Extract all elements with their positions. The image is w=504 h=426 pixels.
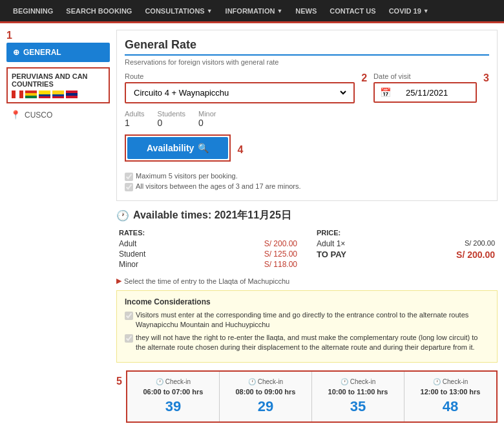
nav-news[interactable]: NEWS (289, 0, 323, 21)
nav-covid[interactable]: COVID 19 ▼ (383, 0, 436, 21)
slot-time: 10:00 to 11:00 hrs (317, 388, 399, 396)
slot-label: Check-in (258, 378, 283, 385)
adult-rate: S/ 200.00 (264, 239, 297, 248)
route-label: Route (125, 72, 355, 80)
adult-rate-item: Adult S/ 200.00 (119, 239, 297, 248)
adults-value: 1 (125, 118, 145, 128)
minor-counter: Minor 0 (198, 110, 216, 128)
date-label: Date of visit (373, 72, 477, 80)
students-value: 0 (158, 118, 185, 128)
income-title: Income Considerations (125, 297, 489, 306)
date-input[interactable] (406, 88, 470, 98)
rate-title: General Rate (125, 38, 489, 56)
slot-count: 29 (225, 398, 306, 415)
rates-column: RATES: Adult S/ 200.00 Student S/ 125.00… (119, 229, 297, 270)
students-counter: Students 0 (158, 110, 185, 128)
counters-row: Adults 1 Students 0 Minor 0 (125, 110, 489, 128)
flags-row (12, 91, 105, 98)
sidebar-general-button[interactable]: ⊕ GENERAL (6, 43, 110, 62)
globe-icon: ⊕ (13, 48, 19, 57)
nav-search-booking[interactable]: SEARCH BOOKING (59, 0, 138, 21)
chevron-down-icon: ▼ (423, 8, 429, 14)
nav-contact[interactable]: CONTACT US (323, 0, 382, 21)
notes-section: Maximum 5 visitors per booking. All visi… (125, 172, 489, 191)
checkin-slot-2[interactable]: 🕐 Check-in 10:00 to 11:00 hrs 35 (312, 372, 404, 421)
sidebar-cusco-item[interactable]: 📍 CUSCO (6, 107, 110, 122)
minor-label: Minor (198, 110, 216, 118)
adult-price-detail: Adult 1× S/ 200.00 (317, 239, 495, 248)
date-group: Date of visit 📅 (373, 72, 477, 103)
student-rate: S/ 125.00 (264, 250, 297, 259)
checkin-slot-1[interactable]: 🕐 Check-in 08:00 to 09:00 hrs 29 (220, 372, 312, 421)
clock-icon-slot: 🕐 (156, 378, 163, 385)
slot-label: Check-in (350, 378, 375, 385)
availability-button[interactable]: Availability 🔍 (127, 137, 228, 159)
flag-peru (12, 91, 23, 98)
rate-box: General Rate Reservations for foreign vi… (116, 30, 498, 201)
slots-row: 5 🕐 Check-in 06:00 to 07:00 hrs 39 🕐 Che… (116, 370, 498, 423)
note1-checkbox (125, 173, 133, 181)
label-5: 5 (116, 376, 122, 387)
income-note-1: Visitors must enter at the corresponding… (125, 310, 489, 330)
available-times-section: 🕐 Available times: 2021年11月25日 RATES: Ad… (116, 209, 498, 423)
rates-price-row: RATES: Adult S/ 200.00 Student S/ 125.00… (116, 229, 498, 270)
availability-btn-wrap: Availability 🔍 (125, 134, 231, 162)
minor-rate-item: Minor S/ 118.00 (119, 260, 297, 269)
flag-bolivia (25, 91, 37, 98)
minor-rate: S/ 118.00 (264, 260, 297, 269)
avail-title: 🕐 Available times: 2021年11月25日 (116, 209, 498, 222)
income-note-2: they will not have the right to re-enter… (125, 333, 489, 353)
flag-venezuela (66, 91, 78, 98)
student-rate-item: Student S/ 125.00 (119, 250, 297, 259)
route-date-row: Route Circuito 4 + Waynapicchu 2 Date of… (125, 72, 489, 103)
income-note1-checkbox (125, 312, 133, 320)
sidebar: 1 ⊕ GENERAL PERUVIANS AND CAN COUNTRIES … (6, 30, 110, 426)
nav-information[interactable]: INFORMATION ▼ (219, 0, 289, 21)
price-header: PRICE: (317, 229, 495, 237)
note-2: All visitors between the ages of 3 and 1… (125, 182, 489, 191)
income-box: Income Considerations Visitors must ente… (116, 290, 498, 363)
entry-select-label: ▶ Select the time of entry to the Llaqta… (116, 277, 498, 285)
slot-count: 39 (132, 398, 214, 415)
rate-subtitle: Reservations for foreign visitors with g… (125, 58, 489, 66)
slot-time: 06:00 to 07:00 hrs (132, 388, 214, 396)
peruvians-label: PERUVIANS AND CAN COUNTRIES (12, 72, 105, 88)
slot-label: Check-in (165, 378, 191, 385)
total-price: S/ 200.00 (456, 250, 495, 260)
nav-consultations[interactable]: CONSULTATIONS ▼ (138, 0, 218, 21)
minor-value: 0 (198, 118, 216, 128)
clock-icon: 🕐 (116, 209, 129, 222)
sidebar-peruvians-section: PERUVIANS AND CAN COUNTRIES (6, 67, 110, 103)
search-icon: 🔍 (198, 143, 209, 153)
calendar-icon: 📅 (380, 87, 391, 98)
adults-label: Adults (125, 110, 145, 118)
note2-checkbox (125, 183, 133, 191)
route-select[interactable]: Circuito 4 + Waynapicchu (131, 87, 348, 98)
pin-icon: 📍 (10, 110, 21, 120)
label-1: 1 (6, 30, 110, 41)
chevron-down-icon: ▼ (277, 8, 282, 14)
rates-header: RATES: (119, 229, 297, 237)
checkin-slot-0[interactable]: 🕐 Check-in 06:00 to 07:00 hrs 39 (127, 372, 220, 421)
page-body: 1 ⊕ GENERAL PERUVIANS AND CAN COUNTRIES … (0, 23, 504, 426)
avail-row: Availability 🔍 4 (125, 134, 489, 167)
route-field-box: Circuito 4 + Waynapicchu (125, 82, 355, 103)
nav-beginning[interactable]: BEGINNING (6, 0, 59, 21)
checkin-slot-3[interactable]: 🕐 Check-in 12:00 to 13:00 hrs 48 (404, 372, 496, 421)
label-2: 2 (361, 72, 367, 84)
label-3: 3 (483, 72, 489, 84)
students-label: Students (158, 110, 185, 118)
chevron-down-icon: ▼ (207, 8, 213, 14)
clock-icon-slot: 🕐 (433, 378, 441, 385)
slot-time: 12:00 to 13:00 hrs (410, 388, 491, 396)
main-content: General Rate Reservations for foreign vi… (116, 30, 498, 426)
to-pay-row: TO PAY S/ 200.00 (317, 250, 495, 260)
flag-ecuador (39, 91, 50, 98)
adults-counter: Adults 1 (125, 110, 145, 128)
date-field-box: 📅 (373, 82, 477, 103)
arrow-icon: ▶ (116, 277, 121, 285)
note-1: Maximum 5 visitors per booking. (125, 172, 489, 181)
slot-label: Check-in (443, 378, 468, 385)
clock-icon-slot: 🕐 (341, 378, 348, 385)
navigation: BEGINNING SEARCH BOOKING CONSULTATIONS ▼… (0, 0, 504, 23)
